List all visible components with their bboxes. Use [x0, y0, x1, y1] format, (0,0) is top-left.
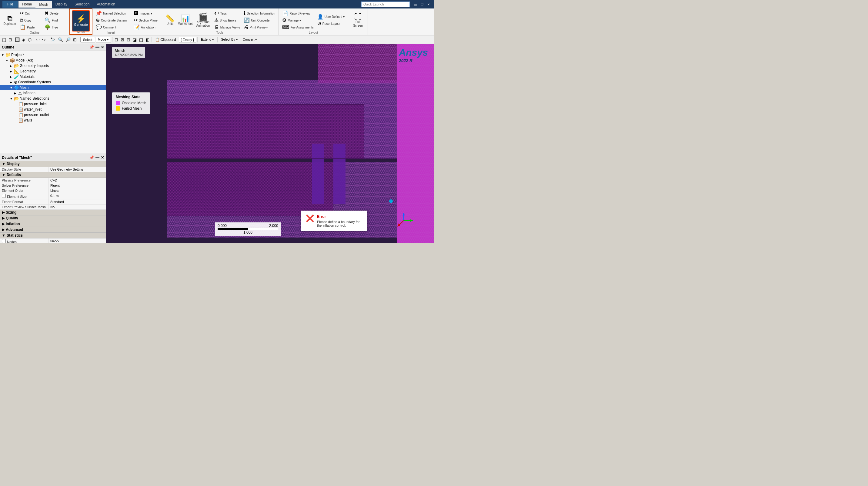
unit-converter-button[interactable]: 🔄Unit Converter — [242, 17, 277, 24]
expand-inflation[interactable]: ▶ — [14, 92, 18, 95]
details-unpin-icon[interactable]: ➖ — [95, 156, 100, 160]
section-sizing[interactable]: ▶ Sizing — [0, 210, 106, 216]
units-button[interactable]: 📏 Units — [163, 10, 177, 31]
comment-button[interactable]: 💬Comment — [94, 24, 128, 31]
tree-item-coord-systems[interactable]: ▶ ⊕ Coordinate Systems — [0, 79, 106, 85]
export-preview-value[interactable]: No — [49, 204, 106, 209]
user-defined-button[interactable]: 👤User Defined ▾ — [316, 13, 346, 20]
viewport[interactable]: Mesh 1/27/2025 8:26 PM Meshing State Obs… — [106, 44, 434, 243]
toolbar-view-5[interactable]: ◫ — [138, 37, 144, 43]
outline-pin-icon[interactable]: 📌 — [89, 45, 94, 50]
section-quality[interactable]: ▶ Quality — [0, 216, 106, 221]
show-errors-button[interactable]: ⚠Show Errors — [213, 17, 242, 24]
tree-item-pressure-outlet[interactable]: 📋 pressure_outlet — [0, 112, 106, 118]
element-size-value[interactable]: 0.1 m — [49, 193, 106, 199]
toolbar-icon-3[interactable]: 🔲 — [13, 37, 21, 43]
reset-layout-button[interactable]: ↺Reset Layout — [316, 21, 346, 27]
expand-coord[interactable]: ▶ — [10, 80, 14, 84]
zoom-out-button[interactable]: 🔎 — [65, 37, 71, 43]
display-style-value[interactable]: Use Geometry Setting — [49, 167, 106, 172]
worksheet-button[interactable]: 📊 Worksheet — [178, 10, 193, 31]
tab-home[interactable]: Home — [19, 1, 35, 7]
minimize-button[interactable]: ▬ — [412, 2, 418, 7]
tree-item-mesh[interactable]: ▼ 🔷 Mesh — [0, 85, 106, 90]
full-screen-button[interactable]: ⛶ Full Screen — [350, 10, 366, 31]
tree-item-geometry[interactable]: ▶ 📐 Geometry — [0, 68, 106, 74]
expand-materials[interactable]: ▶ — [10, 75, 14, 78]
key-assignments-button[interactable]: ⌨Key Assignments — [281, 24, 315, 31]
section-defaults[interactable]: ▼ Defaults — [0, 172, 106, 178]
expand-geom-imports[interactable]: ▶ — [10, 64, 14, 68]
tree-item-named-selections[interactable]: ▼ 📂 Named Selections — [0, 96, 106, 101]
manage-button[interactable]: ⚙Manage ▾ — [281, 17, 315, 24]
maximize-button[interactable]: ❐ — [419, 2, 425, 7]
details-close-icon[interactable]: ✕ — [101, 156, 104, 160]
physics-pref-value[interactable]: CFD — [49, 178, 106, 183]
print-preview-button[interactable]: 🖨Print Preview — [242, 24, 277, 31]
details-pin-icon[interactable]: 📌 — [89, 156, 94, 160]
element-size-checkbox[interactable] — [2, 194, 6, 198]
images-button[interactable]: 🖼Images ▾ — [132, 10, 159, 17]
section-display[interactable]: ▼ Display — [0, 161, 106, 167]
keyframe-animation-button[interactable]: 🎬 Keyframe Animation — [194, 10, 212, 31]
tree-item-water-inlet[interactable]: 📋 water_inlet — [0, 107, 106, 112]
toolbar-view-3[interactable]: ⊡ — [126, 37, 131, 43]
zoom-box-button[interactable]: ⊞ — [72, 37, 78, 43]
toolbar-icon-2[interactable]: ⊡ — [7, 37, 13, 43]
section-inflation[interactable]: ▶ Inflation — [0, 221, 106, 227]
expand-project[interactable]: ▼ — [1, 53, 5, 57]
tab-mesh[interactable]: Mesh — [35, 1, 52, 8]
tab-automation[interactable]: Automation — [93, 1, 119, 7]
tree-item-model[interactable]: ▼ 📦 Model (A3) — [0, 58, 106, 63]
quick-launch-input[interactable] — [361, 1, 410, 7]
annotation-button[interactable]: 📝Annotation — [132, 24, 159, 31]
tree-item-pressure-inlet[interactable]: 📋 pressure_inlet — [0, 101, 106, 107]
duplicate-button[interactable]: ⧉ Duplicate — [2, 10, 18, 31]
selection-info-button[interactable]: ℹSelection Information — [242, 10, 277, 17]
expand-mesh[interactable]: ▼ — [10, 86, 14, 89]
file-tab[interactable]: File — [2, 1, 18, 7]
find-button[interactable]: 🔍Find — [43, 17, 67, 24]
toolbar-view-4[interactable]: ◪ — [132, 37, 137, 43]
tags-button[interactable]: 🏷Tags — [213, 10, 242, 17]
expand-model[interactable]: ▼ — [5, 59, 10, 62]
section-advanced[interactable]: ▶ Advanced — [0, 227, 106, 233]
copy-button[interactable]: ⧉Copy — [18, 17, 42, 24]
undo-button[interactable]: ↩ — [35, 37, 41, 43]
toolbar-view-6[interactable]: ◧ — [145, 37, 150, 43]
delete-button[interactable]: ✖Delete — [43, 10, 67, 17]
toolbar-icon-4[interactable]: ◈ — [21, 37, 26, 43]
coordinate-system-button[interactable]: ⊕Coordinate System — [94, 17, 128, 24]
convert-button[interactable]: Convert ▾ — [241, 37, 259, 42]
select-by-button[interactable]: Select By ▾ — [219, 37, 240, 42]
expand-geometry[interactable]: ▶ — [10, 70, 14, 73]
section-plane-button[interactable]: ✂Section Plane — [132, 17, 159, 24]
toolbar-icon-5[interactable]: ⬡ — [27, 37, 32, 43]
paste-button[interactable]: 📋Paste — [18, 24, 42, 31]
toolbar-view-2[interactable]: ⊠ — [120, 37, 125, 43]
element-order-value[interactable]: Linear — [49, 188, 106, 193]
tab-display[interactable]: Display — [52, 1, 71, 7]
toolbar-view-1[interactable]: ⊟ — [114, 37, 119, 43]
expand-named-sel[interactable]: ▼ — [10, 97, 14, 100]
report-preview-button[interactable]: 📄Report Preview — [281, 10, 315, 17]
outline-unpin-icon[interactable]: ➖ — [95, 45, 100, 50]
zoom-fit-button[interactable]: 🔭 — [50, 37, 56, 43]
toolbar-icon-1[interactable]: ⬚ — [1, 37, 7, 43]
tree-item-project[interactable]: ▼ 📁 Project* — [0, 52, 106, 58]
solver-pref-value[interactable]: Fluent — [49, 183, 106, 188]
zoom-in-button[interactable]: 🔍 — [57, 37, 64, 43]
tree-item-geometry-imports[interactable]: ▶ 📂 Geometry Imports — [0, 63, 106, 68]
close-button[interactable]: ✕ — [426, 2, 432, 7]
mode-dropdown[interactable]: Mode ▾ — [96, 37, 111, 42]
empty-dropdown[interactable]: [ Empty ] — [179, 37, 196, 42]
section-statistics[interactable]: ▼ Statistics — [0, 233, 106, 238]
outline-close-icon[interactable]: ✕ — [101, 45, 104, 50]
nodes-checkbox[interactable] — [2, 239, 6, 243]
cut-button[interactable]: ✂Cut — [18, 10, 42, 17]
clipboard-button[interactable]: 📋 Clipboard — [153, 37, 178, 43]
redo-button[interactable]: ↪ — [41, 37, 47, 43]
tab-selection[interactable]: Selection — [71, 1, 93, 7]
tree-item-walls[interactable]: 📋 walls — [0, 118, 106, 123]
extend-button[interactable]: Extend ▾ — [199, 37, 216, 42]
